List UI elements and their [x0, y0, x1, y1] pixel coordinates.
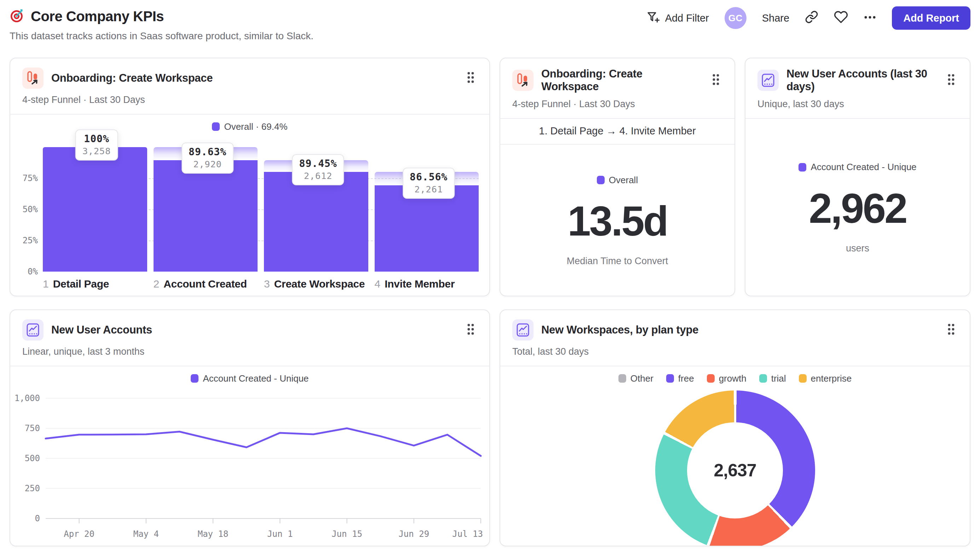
drag-handle-icon[interactable]	[709, 71, 722, 89]
add-filter-button[interactable]: Add Filter	[646, 11, 709, 26]
page-title: Core Company KPIs	[31, 8, 164, 24]
card-title: Onboarding: Create Workspace	[51, 72, 213, 84]
legend-label: Account Created - Unique	[203, 373, 309, 384]
metric-caption: Median Time to Convert	[567, 256, 668, 267]
funnel-step-count: 2,261	[410, 184, 447, 195]
avatar[interactable]: GC	[725, 7, 746, 29]
legend-item[interactable]: Overall · 69.4%	[212, 121, 287, 132]
funnel-step-label: 1Detail Page	[43, 278, 147, 290]
share-label: Share	[762, 13, 789, 24]
legend-label: trial	[771, 373, 786, 384]
funnel-step-count: 2,920	[189, 159, 226, 169]
metric-block: Overall 13.5d Median Time to Convert	[500, 144, 735, 296]
y-tick-label: 250	[25, 483, 40, 493]
funnel-step-name: Account Created	[164, 278, 247, 290]
y-tick-label: 1,000	[14, 393, 40, 403]
funnel-step-number: 3	[264, 278, 270, 290]
line-chart-icon	[512, 319, 533, 341]
funnel-column[interactable]: 89.63%2,920	[154, 147, 258, 272]
funnel-step-label: 4Invite Member	[375, 278, 479, 290]
heart-icon	[834, 10, 848, 27]
funnel-columns: 100%3,25889.63%2,92089.45%2,61286.56%2,2…	[43, 147, 479, 272]
card-title: New User Accounts	[51, 324, 152, 336]
add-report-button[interactable]: Add Report	[892, 6, 970, 30]
legend-item[interactable]: growth	[707, 373, 746, 384]
share-button[interactable]: Share	[762, 13, 789, 24]
card-title: Onboarding: Create Workspace	[541, 68, 701, 93]
funnel-step-pct: 100%	[83, 133, 111, 144]
donut-legend: Otherfreegrowthtrialenterprise	[500, 372, 970, 385]
funnel-step-number: 2	[154, 278, 159, 290]
metric-card-body: Account Created - Unique 2,962 users	[745, 118, 970, 296]
metric-value: 2,962	[809, 184, 906, 232]
x-tick-label: May 18	[198, 529, 229, 539]
funnel-y-axis: 0%25%50%75%	[19, 147, 43, 272]
line-chart: 02505007501,000Apr 20May 4May 18Jun 1Jun…	[10, 387, 489, 546]
more-options-button[interactable]	[864, 13, 877, 24]
funnel-step-pct: 89.63%	[189, 146, 226, 158]
funnel-column[interactable]: 86.56%2,261	[375, 147, 479, 272]
funnel-bar[interactable]	[264, 172, 368, 272]
card-header: Onboarding: Create Workspace 4-step Funn…	[10, 58, 489, 114]
y-tick-label: 0	[35, 513, 40, 523]
drag-handle-icon[interactable]	[464, 69, 477, 87]
x-tick-label: Jun 1	[267, 529, 293, 539]
funnel-step-name: Create Workspace	[274, 278, 365, 290]
funnel-column[interactable]: 100%3,258	[43, 147, 147, 272]
legend-item[interactable]: Account Created - Unique	[191, 373, 309, 384]
card-grid: Onboarding: Create Workspace 4-step Funn…	[0, 58, 980, 546]
funnel-column[interactable]: 89.45%2,612	[264, 147, 368, 272]
add-filter-label: Add Filter	[665, 13, 709, 24]
toolbar: Add Filter GC Share	[646, 6, 970, 30]
legend-label: Account Created - Unique	[811, 162, 916, 173]
funnel-bar[interactable]	[43, 147, 147, 272]
card-new-workspaces-by-plan: New Workspaces, by plan type Total, last…	[500, 310, 970, 546]
funnel-step-name: Detail Page	[53, 278, 109, 290]
page-subtitle: This dataset tracks actions in Saas soft…	[10, 30, 970, 42]
funnel-tooltip: 100%3,258	[75, 129, 118, 160]
card-title: New Workspaces, by plan type	[541, 324, 698, 336]
funnel-step-number: 1	[43, 278, 49, 290]
metric-card-body: 1. Detail Page → 4. Invite Member Overal…	[500, 118, 735, 296]
line-chart-icon	[757, 70, 779, 91]
legend-item[interactable]: trial	[759, 373, 786, 384]
legend-item[interactable]: Other	[619, 373, 654, 384]
funnel-y-tick-label: 25%	[23, 235, 38, 245]
line-series[interactable]	[46, 428, 481, 456]
funnel-step-count: 2,612	[299, 171, 337, 181]
funnel-bar[interactable]	[154, 160, 258, 272]
funnel-step-pct: 89.45%	[299, 158, 337, 169]
drag-handle-icon[interactable]	[944, 71, 958, 89]
filter-plus-icon	[646, 11, 660, 26]
x-tick-label: May 4	[134, 529, 159, 539]
card-header: New User Accounts (last 30 days) Unique,…	[745, 58, 970, 118]
legend-item[interactable]: Overall	[597, 175, 638, 186]
donut-chart[interactable]: 2,637	[655, 391, 815, 546]
x-tick-label: Jun 15	[331, 529, 362, 539]
card-subtitle: 4-step Funnel · Last 30 Days	[22, 94, 477, 105]
legend-item[interactable]: Account Created - Unique	[799, 162, 916, 173]
donut-zone: 2,637	[500, 391, 970, 546]
funnel-step-number: 4	[375, 278, 381, 290]
legend-swatch-icon	[212, 122, 220, 131]
legend-item[interactable]: enterprise	[799, 373, 852, 384]
donut-chart-body: Otherfreegrowthtrialenterprise 2,637	[500, 366, 970, 546]
legend-label: Overall	[609, 175, 638, 186]
funnel-y-tick-label: 75%	[23, 173, 38, 183]
legend-swatch-icon	[619, 374, 626, 383]
legend-item[interactable]: free	[666, 373, 694, 384]
drag-handle-icon[interactable]	[944, 321, 958, 339]
ellipsis-icon	[864, 13, 877, 24]
card-time-to-convert: Onboarding: Create Workspace 4-step Funn…	[500, 58, 735, 296]
copy-link-button[interactable]	[805, 10, 818, 26]
funnel-chart-icon	[22, 68, 43, 89]
drag-handle-icon[interactable]	[464, 321, 477, 339]
funnel-step-name: Invite Member	[385, 278, 455, 290]
metric-legend: Overall	[597, 174, 638, 186]
funnel-step-count: 3,258	[83, 146, 111, 156]
donut-hole: 2,637	[687, 422, 783, 518]
card-new-user-accounts-30d: New User Accounts (last 30 days) Unique,…	[745, 58, 970, 296]
favorite-button[interactable]	[834, 10, 848, 27]
funnel-tooltip: 89.63%2,920	[181, 143, 234, 174]
line-chart-icon	[22, 319, 43, 341]
